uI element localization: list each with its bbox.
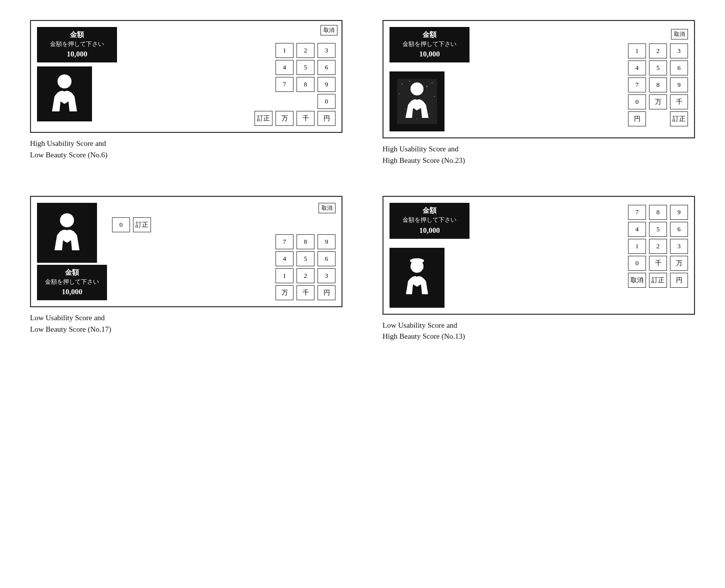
panel4-left: 金額 金額を押して下さい 10,000 bbox=[390, 203, 470, 307]
key-0[interactable]: 0 bbox=[318, 94, 336, 109]
key-7[interactable]: 7 bbox=[276, 77, 294, 92]
info-amount-p2: 10,000 bbox=[394, 49, 464, 59]
p2-key-1[interactable]: 1 bbox=[628, 43, 646, 58]
key-sen[interactable]: 千 bbox=[296, 111, 314, 126]
p4-key-8[interactable]: 8 bbox=[649, 205, 667, 220]
p4-key-7[interactable]: 7 bbox=[628, 205, 646, 220]
p2-key-0[interactable]: 0 bbox=[628, 94, 646, 109]
info-amount-p1: 10,000 bbox=[42, 49, 112, 59]
p2-key-man[interactable]: 万 bbox=[649, 94, 667, 109]
key-2[interactable]: 2 bbox=[296, 43, 314, 58]
svg-point-11 bbox=[410, 82, 424, 95]
p3-key-en[interactable]: 円 bbox=[318, 285, 336, 300]
p2-key-9[interactable]: 9 bbox=[670, 77, 688, 92]
cancel-button-p3[interactable]: 取消 bbox=[318, 203, 336, 213]
p4-key-en[interactable]: 円 bbox=[670, 273, 688, 288]
avatar-p1 bbox=[37, 66, 92, 121]
info-subtitle-p1: 金額を押して下さい bbox=[42, 40, 112, 48]
key-en[interactable]: 円 bbox=[318, 111, 336, 126]
p4-row-5: 取消 訂正 円 bbox=[474, 273, 688, 288]
key-1[interactable]: 1 bbox=[276, 43, 294, 58]
info-amount-p3: 10,000 bbox=[42, 287, 102, 297]
key-5[interactable]: 5 bbox=[296, 60, 314, 75]
p2-row-2: 4 5 6 bbox=[474, 60, 688, 75]
info-title-p2: 金額 bbox=[394, 30, 464, 40]
p3-key-0[interactable]: 0 bbox=[112, 217, 130, 232]
svg-point-3 bbox=[409, 81, 410, 82]
p4-key-sen[interactable]: 千 bbox=[649, 256, 667, 271]
p4-key-cancel[interactable]: 取消 bbox=[628, 273, 646, 288]
info-box-p2: 金額 金額を押して下さい 10,000 bbox=[390, 27, 470, 62]
info-box-p1: 金額 金額を押して下さい 10,000 bbox=[37, 27, 117, 62]
key-man[interactable]: 万 bbox=[276, 111, 294, 126]
panel3-keypad: 取消 0 訂正 7 8 9 4 5 6 1 bbox=[112, 203, 336, 300]
p3-key-5[interactable]: 5 bbox=[296, 251, 314, 266]
p3-row-4: 万 千 円 bbox=[112, 285, 336, 300]
svg-point-8 bbox=[404, 108, 405, 109]
p3-key-7[interactable]: 7 bbox=[276, 234, 294, 249]
p2-row-4: 0 万 千 bbox=[474, 94, 688, 109]
p2-key-8[interactable]: 8 bbox=[649, 77, 667, 92]
p3-key-sen[interactable]: 千 bbox=[296, 285, 314, 300]
p3-key-9[interactable]: 9 bbox=[318, 234, 336, 249]
avatar-p4 bbox=[390, 248, 444, 308]
p2-key-6[interactable]: 6 bbox=[670, 60, 688, 75]
panel1-keypad: 1 2 3 4 5 6 7 8 9 0 訂正 bbox=[122, 41, 336, 126]
p3-row-3: 1 2 3 bbox=[112, 268, 336, 283]
p4-key-3[interactable]: 3 bbox=[670, 239, 688, 254]
panel1-wrapper: 取消 金額 金額を押して下さい 10,000 bbox=[30, 20, 342, 166]
svg-point-9 bbox=[429, 113, 430, 114]
p3-row-1: 7 8 9 bbox=[112, 234, 336, 249]
p3-row-2: 4 5 6 bbox=[112, 251, 336, 266]
p3-key-4[interactable]: 4 bbox=[276, 251, 294, 266]
svg-point-7 bbox=[434, 96, 435, 97]
p4-key-5[interactable]: 5 bbox=[649, 222, 667, 237]
p4-key-6[interactable]: 6 bbox=[670, 222, 688, 237]
p3-key-8[interactable]: 8 bbox=[296, 234, 314, 249]
p2-key-en[interactable]: 円 bbox=[628, 111, 646, 126]
p4-key-0[interactable]: 0 bbox=[628, 256, 646, 271]
key-4[interactable]: 4 bbox=[276, 60, 294, 75]
main-grid: 取消 金額 金額を押して下さい 10,000 bbox=[30, 20, 695, 342]
svg-point-14 bbox=[410, 258, 424, 263]
info-title-p4: 金額 bbox=[394, 206, 464, 216]
panel4: 金額 金額を押して下さい 10,000 bbox=[382, 196, 695, 314]
panel1-caption-line2: Low Beauty Score (No.6) bbox=[30, 149, 342, 161]
p2-key-7[interactable]: 7 bbox=[628, 77, 646, 92]
avatar-p3 bbox=[37, 203, 97, 263]
info-subtitle-p4: 金額を押して下さい bbox=[394, 216, 464, 224]
key-3[interactable]: 3 bbox=[318, 43, 336, 58]
svg-point-4 bbox=[426, 86, 428, 87]
p2-key-4[interactable]: 4 bbox=[628, 60, 646, 75]
svg-point-6 bbox=[399, 93, 400, 94]
p4-key-correct[interactable]: 訂正 bbox=[649, 273, 667, 288]
p2-key-2[interactable]: 2 bbox=[649, 43, 667, 58]
panel2-caption: High Usability Score and High Beauty Sco… bbox=[382, 143, 695, 166]
p3-key-1[interactable]: 1 bbox=[276, 268, 294, 283]
p4-key-man[interactable]: 万 bbox=[670, 256, 688, 271]
key-8[interactable]: 8 bbox=[296, 77, 314, 92]
p3-key-6[interactable]: 6 bbox=[318, 251, 336, 266]
p3-key-man[interactable]: 万 bbox=[276, 285, 294, 300]
p4-row-3: 1 2 3 bbox=[474, 239, 688, 254]
p2-key-sen[interactable]: 千 bbox=[670, 94, 688, 109]
cancel-button-p2[interactable]: 取消 bbox=[671, 29, 688, 39]
key-correct[interactable]: 訂正 bbox=[254, 111, 272, 126]
cancel-button-p1[interactable]: 取消 bbox=[320, 25, 338, 35]
p4-key-9[interactable]: 9 bbox=[670, 205, 688, 220]
p2-key-3[interactable]: 3 bbox=[670, 43, 688, 58]
key-6[interactable]: 6 bbox=[318, 60, 336, 75]
panel2-caption-line2: High Beauty Score (No.23) bbox=[382, 155, 695, 166]
p2-key-correct[interactable]: 訂正 bbox=[670, 111, 688, 126]
p3-key-3[interactable]: 3 bbox=[318, 268, 336, 283]
p4-key-4[interactable]: 4 bbox=[628, 222, 646, 237]
panel4-wrapper: 金額 金額を押して下さい 10,000 bbox=[382, 196, 695, 342]
p4-key-1[interactable]: 1 bbox=[628, 239, 646, 254]
p3-key-2[interactable]: 2 bbox=[296, 268, 314, 283]
p3-key-correct[interactable]: 訂正 bbox=[133, 217, 151, 232]
p2-key-5[interactable]: 5 bbox=[649, 60, 667, 75]
p4-key-2[interactable]: 2 bbox=[649, 239, 667, 254]
keypad-row-5: 訂正 万 千 円 bbox=[122, 111, 336, 126]
panel1-left: 金額 金額を押して下さい 10,000 bbox=[37, 27, 117, 121]
key-9[interactable]: 9 bbox=[318, 77, 336, 92]
